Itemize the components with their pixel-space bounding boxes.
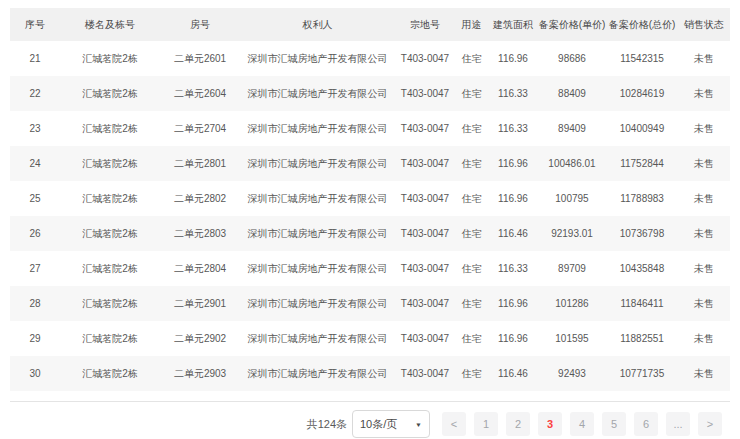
cell-usage: 住宅 xyxy=(455,321,488,356)
cell-room: 二单元2902 xyxy=(160,321,240,356)
table-row: 29汇城茗院2栋二单元2902深圳市汇城房地产开发有限公司T403-0047住宅… xyxy=(10,321,730,356)
cell-total_price: 10736798 xyxy=(606,216,678,251)
cell-unit_price: 98686 xyxy=(538,41,606,76)
cell-total_price: 10771735 xyxy=(606,356,678,391)
cell-room: 二单元2802 xyxy=(160,181,240,216)
cell-seq: 28 xyxy=(10,286,60,321)
column-header-unit_price: 备案价格(单价) xyxy=(538,8,606,41)
cell-parcel: T403-0047 xyxy=(395,251,455,286)
cell-status: 未售 xyxy=(678,41,730,76)
cell-building: 汇城茗院2栋 xyxy=(60,286,160,321)
cell-area: 116.33 xyxy=(488,76,538,111)
cell-area: 116.96 xyxy=(488,181,538,216)
column-header-parcel: 宗地号 xyxy=(395,8,455,41)
total-count-label: 共124条 xyxy=(307,417,347,432)
cell-status: 未售 xyxy=(678,76,730,111)
cell-usage: 住宅 xyxy=(455,216,488,251)
cell-area: 116.33 xyxy=(488,251,538,286)
page-number-button-4[interactable]: 4 xyxy=(570,412,594,436)
cell-parcel: T403-0047 xyxy=(395,76,455,111)
table-body: 21汇城茗院2栋二单元2601深圳市汇城房地产开发有限公司T403-0047住宅… xyxy=(10,41,730,391)
cell-room: 二单元2601 xyxy=(160,41,240,76)
cell-room: 二单元2903 xyxy=(160,356,240,391)
page-number-button-1[interactable]: 1 xyxy=(474,412,498,436)
cell-room: 二单元2804 xyxy=(160,251,240,286)
table-row: 30汇城茗院2栋二单元2903深圳市汇城房地产开发有限公司T403-0047住宅… xyxy=(10,356,730,391)
cell-unit_price: 101595 xyxy=(538,321,606,356)
cell-seq: 22 xyxy=(10,76,60,111)
table-row: 24汇城茗院2栋二单元2801深圳市汇城房地产开发有限公司T403-0047住宅… xyxy=(10,146,730,181)
cell-room: 二单元2604 xyxy=(160,76,240,111)
pager: <123456...> xyxy=(434,412,722,436)
cell-building: 汇城茗院2栋 xyxy=(60,111,160,146)
column-header-room: 房号 xyxy=(160,8,240,41)
cell-seq: 24 xyxy=(10,146,60,181)
cell-parcel: T403-0047 xyxy=(395,356,455,391)
cell-seq: 27 xyxy=(10,251,60,286)
cell-owner: 深圳市汇城房地产开发有限公司 xyxy=(240,251,395,286)
table-row: 27汇城茗院2栋二单元2804深圳市汇城房地产开发有限公司T403-0047住宅… xyxy=(10,251,730,286)
table-head: 序号楼名及栋号房号权利人宗地号用途建筑面积备案价格(单价)备案价格(总价)销售状… xyxy=(10,8,730,41)
page-size-select[interactable]: 10条/页 ▼ xyxy=(352,410,430,438)
cell-total_price: 10284619 xyxy=(606,76,678,111)
page-number-button-3[interactable]: 3 xyxy=(538,412,562,436)
column-header-usage: 用途 xyxy=(455,8,488,41)
table-row: 21汇城茗院2栋二单元2601深圳市汇城房地产开发有限公司T403-0047住宅… xyxy=(10,41,730,76)
cell-status: 未售 xyxy=(678,356,730,391)
cell-usage: 住宅 xyxy=(455,111,488,146)
cell-usage: 住宅 xyxy=(455,181,488,216)
cell-status: 未售 xyxy=(678,251,730,286)
cell-building: 汇城茗院2栋 xyxy=(60,76,160,111)
cell-building: 汇城茗院2栋 xyxy=(60,181,160,216)
table-row: 22汇城茗院2栋二单元2604深圳市汇城房地产开发有限公司T403-0047住宅… xyxy=(10,76,730,111)
cell-area: 116.96 xyxy=(488,146,538,181)
cell-parcel: T403-0047 xyxy=(395,111,455,146)
cell-unit_price: 92193.01 xyxy=(538,216,606,251)
cell-seq: 30 xyxy=(10,356,60,391)
cell-owner: 深圳市汇城房地产开发有限公司 xyxy=(240,181,395,216)
cell-usage: 住宅 xyxy=(455,251,488,286)
cell-area: 116.33 xyxy=(488,111,538,146)
page-number-button-5[interactable]: 5 xyxy=(602,412,626,436)
page-number-button-2[interactable]: 2 xyxy=(506,412,530,436)
cell-total_price: 11752844 xyxy=(606,146,678,181)
page-number-button-6[interactable]: 6 xyxy=(634,412,658,436)
cell-status: 未售 xyxy=(678,146,730,181)
cell-area: 116.96 xyxy=(488,41,538,76)
cell-area: 116.46 xyxy=(488,216,538,251)
cell-building: 汇城茗院2栋 xyxy=(60,251,160,286)
cell-room: 二单元2801 xyxy=(160,146,240,181)
cell-building: 汇城茗院2栋 xyxy=(60,146,160,181)
cell-total_price: 10435848 xyxy=(606,251,678,286)
column-header-building: 楼名及栋号 xyxy=(60,8,160,41)
cell-room: 二单元2704 xyxy=(160,111,240,146)
cell-parcel: T403-0047 xyxy=(395,321,455,356)
cell-status: 未售 xyxy=(678,321,730,356)
cell-parcel: T403-0047 xyxy=(395,286,455,321)
page-ellipsis-button[interactable]: ... xyxy=(666,412,690,436)
cell-owner: 深圳市汇城房地产开发有限公司 xyxy=(240,286,395,321)
cell-total_price: 11882551 xyxy=(606,321,678,356)
cell-owner: 深圳市汇城房地产开发有限公司 xyxy=(240,76,395,111)
cell-parcel: T403-0047 xyxy=(395,216,455,251)
table-row: 26汇城茗院2栋二单元2803深圳市汇城房地产开发有限公司T403-0047住宅… xyxy=(10,216,730,251)
cell-room: 二单元2901 xyxy=(160,286,240,321)
property-price-table: 序号楼名及栋号房号权利人宗地号用途建筑面积备案价格(单价)备案价格(总价)销售状… xyxy=(10,8,730,391)
cell-parcel: T403-0047 xyxy=(395,146,455,181)
cell-parcel: T403-0047 xyxy=(395,181,455,216)
cell-building: 汇城茗院2栋 xyxy=(60,356,160,391)
cell-parcel: T403-0047 xyxy=(395,41,455,76)
table-row: 25汇城茗院2栋二单元2802深圳市汇城房地产开发有限公司T403-0047住宅… xyxy=(10,181,730,216)
cell-seq: 23 xyxy=(10,111,60,146)
column-header-seq: 序号 xyxy=(10,8,60,41)
page-next-button[interactable]: > xyxy=(698,412,722,436)
cell-unit_price: 100486.01 xyxy=(538,146,606,181)
cell-area: 116.46 xyxy=(488,356,538,391)
column-header-area: 建筑面积 xyxy=(488,8,538,41)
cell-usage: 住宅 xyxy=(455,146,488,181)
page-size-value: 10条/页 xyxy=(360,417,397,432)
table-row: 28汇城茗院2栋二单元2901深圳市汇城房地产开发有限公司T403-0047住宅… xyxy=(10,286,730,321)
cell-building: 汇城茗院2栋 xyxy=(60,41,160,76)
cell-unit_price: 88409 xyxy=(538,76,606,111)
page-prev-button[interactable]: < xyxy=(442,412,466,436)
